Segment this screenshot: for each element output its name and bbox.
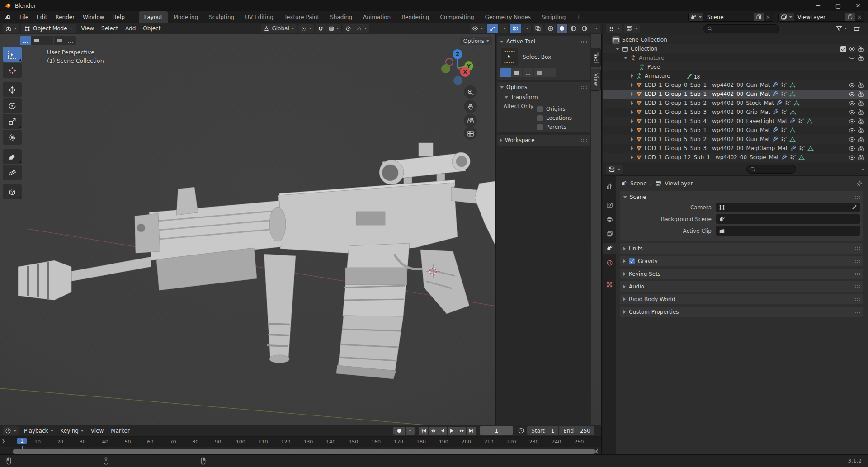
mesh-data-icon[interactable] [789,82,796,88]
disable-render-icon[interactable] [858,55,864,61]
hide-eye-icon[interactable] [849,145,855,152]
mesh-data-icon[interactable] [789,91,796,97]
mesh-data-icon[interactable] [807,118,813,124]
modifier-wrench-icon[interactable] [772,82,778,88]
disable-render-icon[interactable] [858,136,864,143]
proportional-falloff-dropdown[interactable] [354,24,369,33]
tab-view-layer[interactable] [603,228,616,240]
sidebar-select-mode-intersect[interactable] [545,68,556,77]
sidebar-select-mode-invert[interactable] [534,68,545,77]
outliner-row-mesh-selected[interactable]: LOD_1_Group_1_Sub_1__wp4402_00_Gun_Mat [603,90,868,99]
shading-dropdown[interactable] [590,24,600,33]
proportional-editing-toggle[interactable] [343,24,354,33]
tool-cursor[interactable] [3,63,22,78]
tool-measure[interactable] [3,165,22,180]
modifier-wrench-icon[interactable] [790,145,797,151]
expand-icon[interactable] [631,146,633,150]
workspace-tab-geometry-nodes[interactable]: Geometry Nodes [480,11,536,23]
outliner-row-mesh[interactable]: LOD_1_Group_5_Sub_2__wp4402_00_Gun_Mat [603,135,868,144]
pivot-point-dropdown[interactable] [298,24,314,33]
gizmo-axis-x[interactable]: X [460,67,470,77]
outliner-row-armature-data[interactable]: Armature 18 [603,71,868,80]
scrollbar-thumb[interactable] [13,449,596,454]
properties-options-dropdown[interactable] [862,169,864,170]
tab-texture[interactable] [603,279,616,290]
frame-start-field[interactable]: Start1 [527,426,558,435]
menu-playback[interactable]: Playback [20,428,57,434]
camera-field[interactable] [716,203,860,212]
mode-dropdown[interactable]: Object Mode [21,24,76,33]
disable-render-icon[interactable] [858,154,864,161]
panel-grip[interactable] [580,40,587,43]
parents-toggle[interactable]: Parents [537,124,572,130]
properties-search-input[interactable] [746,165,796,174]
modifier-wrench-icon[interactable] [781,154,788,160]
panel-grip[interactable] [853,247,860,250]
mesh-data-icon[interactable] [807,145,814,151]
breadcrumb-scene[interactable]: Scene [630,180,647,187]
workspace-tab-texture-paint[interactable]: Texture Paint [279,11,325,23]
gizmo-dropdown[interactable] [499,24,508,33]
hide-eye-icon[interactable] [849,100,855,107]
menu-marker[interactable]: Marker [107,428,133,434]
outliner-filter-view-layer-dropdown[interactable] [624,24,640,33]
menu-keying[interactable]: Keying [57,428,87,434]
disable-render-icon[interactable] [858,46,864,52]
panel-grip[interactable] [853,285,860,288]
maximize-button[interactable]: ▢ [828,0,848,11]
tool-select-box[interactable] [3,47,22,62]
expand-icon[interactable] [631,92,633,96]
outliner-row-armature-object[interactable]: Armature [603,53,868,62]
menu-select[interactable]: Select [98,25,122,32]
select-mode-subtract[interactable] [42,36,53,45]
workspace-tab-modeling[interactable]: Modeling [168,11,204,23]
transform-orientation-dropdown[interactable]: Global [261,24,296,33]
shading-rendered-button[interactable] [579,24,590,33]
locations-toggle[interactable]: Locations [537,115,572,121]
hide-eye-icon[interactable] [849,82,855,89]
tab-world[interactable] [603,257,616,269]
scene-name[interactable]: Scene [703,14,754,20]
blender-menu-button[interactable] [0,11,15,23]
orthographic-toggle-button[interactable] [464,127,477,140]
disable-render-icon[interactable] [858,100,864,107]
modifier-wrench-icon[interactable] [772,91,778,97]
jump-to-end-button[interactable] [467,427,476,435]
section-gravity[interactable]: Gravity [620,256,863,266]
play-button[interactable] [448,427,457,435]
frame-end-field[interactable]: End250 [559,426,594,435]
scene-selector[interactable]: Scene × [688,13,773,22]
disable-render-icon[interactable] [858,145,864,152]
tool-scale[interactable] [3,114,22,129]
vertex-group-icon[interactable] [798,118,804,124]
collapse-arrow-icon[interactable]: ❮ [595,448,599,453]
gravity-checkbox[interactable] [629,258,635,264]
outliner-row-collection[interactable]: Collection [603,44,868,53]
tool-transform[interactable] [3,130,22,145]
disable-render-icon[interactable] [858,82,864,89]
shading-solid-button[interactable] [557,24,567,33]
workspace-tab-animation[interactable]: Animation [358,11,396,23]
origins-checkbox[interactable] [537,106,543,112]
show-overlays-toggle[interactable] [510,24,521,33]
active-clip-field[interactable] [716,226,860,236]
tool-move[interactable] [3,82,22,97]
panel-grip[interactable] [580,139,587,142]
collapse-icon[interactable] [500,41,504,43]
mesh-data-icon[interactable] [790,109,796,115]
overlays-dropdown[interactable] [521,24,531,33]
hide-eye-icon[interactable] [849,118,855,125]
hide-eye-icon[interactable] [849,46,855,52]
expand-channel-icon[interactable]: ❯ [1,439,5,443]
unlink-scene-icon[interactable]: × [764,14,773,20]
select-mode-invert[interactable] [54,36,65,45]
tab-scene[interactable] [603,243,616,254]
menu-add[interactable]: Add [122,25,139,32]
tab-output[interactable] [603,214,616,225]
outliner-row-mesh[interactable]: LOD_1_Group_0_Sub_1__wp4402_00_Gun_Mat [603,80,868,90]
shading-material-button[interactable] [568,24,579,33]
hide-eye-icon[interactable] [849,154,855,161]
expand-icon[interactable] [624,57,627,59]
outliner-row-scene-collection[interactable]: Scene Collection [603,35,868,44]
outliner-row-mesh[interactable]: LOD_1_Group_1_Sub_2__wp4402_00_Stock_Mat [603,99,868,108]
